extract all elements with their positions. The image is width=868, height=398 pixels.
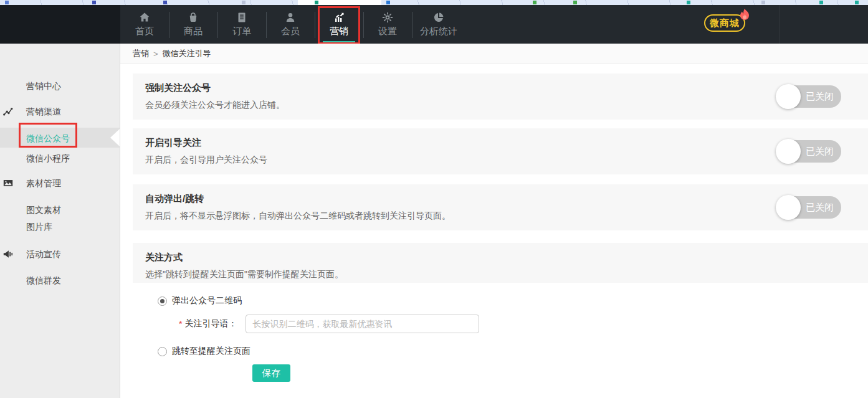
tab-label: 会员: [281, 26, 300, 37]
setting-card-guide-follow: 开启引导关注 开启后，会引导用户关注公众号 已关闭: [133, 128, 868, 174]
tab-members[interactable]: 会员: [266, 5, 315, 44]
browser-active-tab[interactable]: [298, 0, 381, 5]
member-icon: [284, 11, 297, 24]
tab-analytics[interactable]: 分析统计: [412, 5, 465, 44]
toggle-state-label: 已关闭: [806, 196, 834, 219]
browser-tab-favicon[interactable]: [5, 1, 9, 4]
tab-label: 首页: [135, 26, 154, 37]
sidebar-item-label: 营销渠道: [26, 107, 61, 116]
breadcrumb-current: 微信关注引导: [163, 48, 211, 59]
tab-marketing[interactable]: 营销: [315, 5, 363, 44]
save-button[interactable]: 保存: [252, 364, 290, 382]
tab-label: 设置: [378, 26, 397, 37]
browser-tab-favicon[interactable]: [819, 1, 823, 4]
breadcrumb: 营销 > 微信关注引导: [120, 44, 868, 64]
browser-tab-favicon[interactable]: [92, 1, 96, 4]
browser-tab-favicon[interactable]: [386, 1, 390, 4]
sidebar-item-article-material[interactable]: 图文素材: [0, 204, 120, 216]
sidebar-item-label: 素材管理: [26, 178, 61, 188]
required-asterisk: *: [179, 319, 182, 329]
setting-card-force-follow: 强制关注公众号 会员必须关注公众号才能进入店铺。 已关闭: [133, 73, 868, 120]
browser-tab-strip[interactable]: [0, 0, 868, 5]
radio-option-jump-page[interactable]: 跳转至提醒关注页面: [158, 346, 250, 357]
logo-area: [0, 5, 120, 44]
flame-icon: [738, 8, 751, 23]
radio-option-popup-qrcode[interactable]: 弹出公众号二维码: [158, 295, 242, 306]
guide-text-input[interactable]: [246, 315, 479, 333]
sidebar-item-marketing-center[interactable]: 营销中心: [0, 80, 120, 92]
browser-tab-favicon[interactable]: [687, 1, 690, 4]
breadcrumb-section[interactable]: 营销: [133, 48, 149, 59]
main-nav: 首页 商品 订单 会员 营销: [120, 5, 465, 44]
sidebar-item-image-library[interactable]: 图片库: [0, 220, 120, 233]
browser-tab-favicon[interactable]: [533, 1, 537, 4]
top-header: 首页 商品 订单 会员 营销: [0, 5, 868, 44]
toggle-knob: [776, 195, 801, 220]
card-title: 自动弹出/跳转: [145, 193, 856, 205]
toggle-guide-follow[interactable]: 已关闭: [777, 140, 841, 163]
radio-label: 跳转至提醒关注页面: [172, 346, 250, 357]
radio-label: 弹出公众号二维码: [172, 295, 242, 306]
sidebar-item-marketing-channel[interactable]: 营销渠道: [0, 105, 120, 118]
basket-icon: [187, 11, 199, 24]
setting-card-auto-popup: 自动弹出/跳转 开启后，将不显示悬浮图标，自动弹出公众号二维码或者跳转到关注引导…: [133, 184, 868, 230]
gear-icon: [381, 11, 394, 24]
guide-text-field-row: * 关注引导语：: [179, 315, 479, 333]
image-icon: [2, 178, 14, 189]
tab-label: 分析统计: [420, 26, 457, 37]
card-title: 关注方式: [145, 252, 856, 263]
share-nodes-icon: [2, 106, 14, 117]
tab-label: 商品: [184, 26, 203, 37]
toggle-knob: [776, 139, 801, 164]
card-desc: 会员必须关注公众号才能进入店铺。: [145, 100, 856, 111]
sidebar: 营销中心 营销渠道 微信公众号 微信小程序 素材管理 图文素材 图片库 活动宣传…: [0, 44, 120, 398]
card-desc: 选择"跳转到提醒关注页面"需要制作提醒关注页面。: [145, 269, 856, 280]
order-list-icon: [236, 11, 248, 24]
mall-badge-label: 微商城: [710, 17, 740, 29]
card-desc: 开启后，会引导用户关注公众号: [145, 154, 856, 166]
radio-icon-unselected: [158, 347, 167, 356]
toggle-auto-popup[interactable]: 已关闭: [777, 196, 841, 219]
sidebar-item-wechat-miniprogram[interactable]: 微信小程序: [0, 152, 120, 164]
tab-settings[interactable]: 设置: [363, 5, 412, 44]
toggle-state-label: 已关闭: [806, 140, 834, 163]
tab-label: 营销: [330, 26, 348, 37]
toggle-knob: [776, 84, 801, 109]
toggle-state-label: 已关闭: [806, 85, 834, 108]
card-title: 强制关注公众号: [145, 82, 856, 94]
card-title: 开启引导关注: [145, 137, 856, 149]
tab-home[interactable]: 首页: [120, 5, 169, 44]
tab-orders[interactable]: 订单: [217, 5, 266, 44]
breadcrumb-separator: >: [153, 49, 158, 59]
browser-tab-favicon[interactable]: [315, 1, 318, 4]
browser-tab-favicon[interactable]: [163, 1, 167, 4]
tab-goods[interactable]: 商品: [169, 5, 217, 44]
guide-text-label: 关注引导语：: [184, 318, 237, 329]
toggle-force-follow[interactable]: 已关闭: [777, 85, 841, 108]
setting-card-follow-method: 关注方式 选择"跳转到提醒关注页面"需要制作提醒关注页面。: [133, 243, 868, 283]
home-icon: [138, 11, 151, 24]
radio-icon-selected: [158, 296, 167, 306]
megaphone-icon: [2, 249, 14, 260]
main-content: 强制关注公众号 会员必须关注公众号才能进入店铺。 已关闭 开启引导关注 开启后，…: [120, 64, 868, 398]
browser-tab-favicon[interactable]: [573, 1, 577, 4]
sidebar-item-wechat-official[interactable]: 微信公众号: [0, 132, 120, 145]
card-desc: 开启后，将不显示悬浮图标，自动弹出公众号二维码或者跳转到关注引导页面。: [145, 211, 856, 222]
pie-chart-icon: [432, 11, 445, 24]
sidebar-item-label: 活动宣传: [26, 249, 61, 259]
browser-tab-favicon[interactable]: [855, 1, 859, 4]
browser-tab-favicon[interactable]: [761, 1, 765, 4]
header-divider: [779, 5, 780, 44]
sidebar-item-material-manage[interactable]: 素材管理: [0, 177, 120, 189]
browser-tab-favicon[interactable]: [242, 1, 246, 4]
tab-label: 订单: [232, 26, 251, 37]
sidebar-item-activity-promo[interactable]: 活动宣传: [0, 248, 120, 260]
marketing-chart-icon: [333, 11, 345, 24]
sidebar-item-wechat-mass-send[interactable]: 微信群发: [0, 274, 120, 287]
